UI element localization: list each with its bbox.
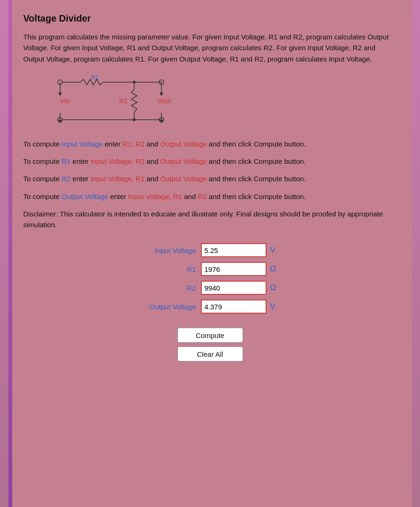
instruction-2: To compute R1 enter Input Voltage, R2 an… [23, 156, 397, 167]
description-text: This program calculates the missing para… [23, 31, 397, 64]
output-voltage-unit: V [270, 302, 282, 311]
svg-text:R2: R2 [119, 98, 127, 105]
svg-text:R1: R1 [91, 74, 99, 81]
input-voltage-label: Input Voltage [121, 246, 196, 254]
instruction-1: To compute Input Voltage enter R1, R2 an… [23, 138, 397, 149]
instruction-3: To compute R2 enter Input Voltage, R1 an… [23, 173, 397, 184]
input-voltage-field[interactable] [201, 243, 267, 257]
compute-button[interactable]: Compute [177, 328, 243, 343]
page-wrapper: Voltage Divider This program calculates … [8, 0, 412, 507]
output-voltage-field[interactable] [201, 300, 267, 314]
disclaimer-text: Disclaimer: This calculator is intended … [23, 208, 397, 230]
svg-text:Vout: Vout [158, 97, 171, 105]
r2-label: R2 [121, 284, 196, 292]
instruction-4: To compute Output Voltage enter Input Vo… [23, 191, 397, 202]
input-voltage-row: Input Voltage V [121, 243, 299, 257]
r1-label: R1 [121, 265, 196, 273]
page-title: Voltage Divider [23, 13, 397, 24]
r1-unit: Ω [270, 264, 282, 274]
r2-unit: Ω [270, 283, 282, 292]
svg-marker-7 [160, 92, 163, 96]
output-voltage-row: Output Voltage V [121, 300, 299, 314]
output-voltage-label: Output Voltage [121, 303, 196, 311]
r2-field[interactable] [201, 281, 267, 295]
clear-all-button[interactable]: Clear All [177, 346, 243, 361]
r1-row: R1 Ω [121, 262, 299, 276]
button-section: Compute Clear All [23, 328, 397, 361]
circuit-diagram: Vin Vout R1 R2 [31, 73, 181, 129]
r1-field[interactable] [201, 262, 267, 276]
circuit-svg: Vin Vout R1 R2 [31, 73, 181, 129]
svg-marker-2 [58, 92, 62, 96]
r2-row: R2 Ω [121, 281, 299, 295]
input-voltage-unit: V [270, 246, 282, 255]
form-section: Input Voltage V R1 Ω R2 Ω Output Voltage… [23, 243, 397, 318]
svg-text:Vin: Vin [60, 97, 69, 105]
